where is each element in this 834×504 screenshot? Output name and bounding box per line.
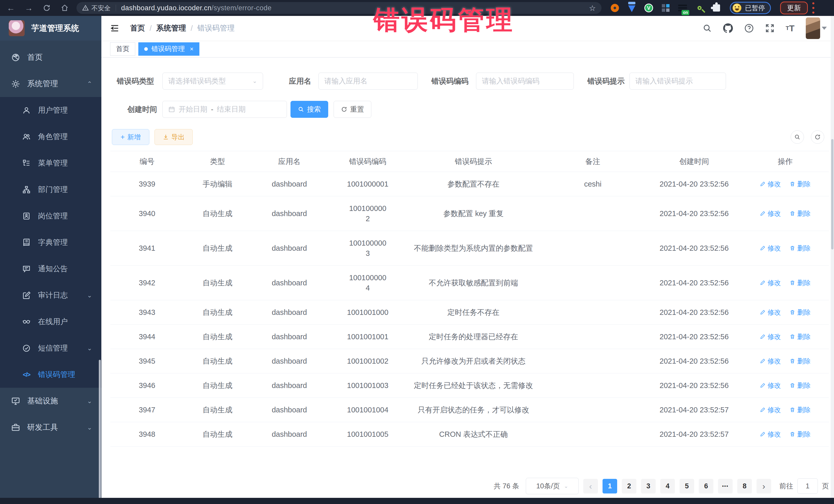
help-icon[interactable] (744, 23, 754, 33)
next-page-button[interactable]: › (756, 479, 771, 494)
sidebar-item-audit-log[interactable]: 审计日志 ⌄ (0, 282, 101, 308)
delete-link[interactable]: 删除 (790, 356, 811, 366)
edit-link[interactable]: 修改 (760, 278, 781, 288)
cell-msg: 参数配置 key 重复 (408, 201, 539, 225)
delete-link[interactable]: 删除 (790, 332, 811, 342)
window-scrollbar-thumb[interactable] (831, 139, 833, 249)
breadcrumb-home[interactable]: 首页 (130, 23, 145, 34)
goto-page-input[interactable] (797, 478, 818, 494)
error-code-field[interactable] (476, 73, 574, 90)
font-size-icon[interactable]: TT (786, 23, 794, 34)
page-button-1[interactable]: 1 (602, 479, 617, 494)
browser-reload-icon[interactable] (40, 2, 54, 14)
window-scrollbar[interactable] (831, 16, 834, 498)
fullscreen-icon[interactable] (765, 24, 774, 33)
sidebar-item-devtools[interactable]: 研发工具 ⌄ (0, 414, 101, 441)
sidebar-item-menus[interactable]: 菜单管理 (0, 150, 101, 176)
edit-link[interactable]: 修改 (760, 405, 781, 415)
tab-error-code[interactable]: 错误码管理 × (138, 42, 199, 56)
app-name-input[interactable] (324, 77, 412, 85)
not-secure-warning[interactable]: 不安全 (82, 4, 111, 12)
sidebar-item-dictionary[interactable]: 字典管理 (0, 229, 101, 256)
search-button[interactable]: 搜索 (290, 101, 328, 118)
error-msg-field[interactable] (630, 73, 726, 90)
browser-forward-icon[interactable]: → (22, 2, 36, 14)
delete-link[interactable]: 删除 (790, 307, 811, 317)
edit-link[interactable]: 修改 (760, 332, 781, 342)
delete-link[interactable]: 删除 (790, 278, 811, 288)
sidebar-item-notices[interactable]: 通知公告 (0, 256, 101, 282)
page-size-select[interactable]: 10条/页 ⌄ (526, 478, 579, 494)
edit-link[interactable]: 修改 (760, 429, 781, 439)
date-range-picker[interactable]: 开始日期 - 结束日期 (162, 101, 287, 118)
delete-link[interactable]: 删除 (790, 179, 811, 189)
sidebar-item-users[interactable]: 用户管理 (0, 97, 101, 124)
edit-link[interactable]: 修改 (760, 380, 781, 391)
header-search-icon[interactable] (703, 24, 712, 33)
delete-link[interactable]: 删除 (790, 380, 811, 391)
edit-label: 修改 (768, 307, 781, 317)
page-button-8[interactable]: 8 (737, 479, 752, 494)
app-name-field[interactable] (319, 73, 418, 90)
export-button[interactable]: 导出 (154, 129, 193, 145)
sidebar-item-online-users[interactable]: 在线用户 (0, 308, 101, 335)
sidebar-item-home[interactable]: 首页 (0, 44, 101, 70)
caret-down-icon[interactable] (822, 27, 827, 30)
sidebar-item-roles[interactable]: 角色管理 (0, 124, 101, 150)
browser-update-button[interactable]: 更新 (780, 2, 808, 14)
breadcrumb-system[interactable]: 系统管理 (156, 23, 186, 34)
sidebar-scrollbar-thumb[interactable] (99, 360, 101, 503)
page-button-2[interactable]: 2 (622, 479, 636, 494)
start-date-placeholder[interactable]: 开始日期 (179, 105, 207, 114)
prev-page-button[interactable]: ‹ (583, 479, 598, 494)
hamburger-icon[interactable] (109, 23, 120, 34)
github-icon[interactable] (723, 23, 733, 33)
tab-home[interactable]: 首页 (110, 42, 135, 56)
bookmark-star-icon[interactable]: ☆ (589, 4, 596, 13)
delete-link[interactable]: 删除 (790, 429, 811, 439)
extension-icon-list-on[interactable]: on (678, 3, 687, 13)
sidebar-item-posts[interactable]: 岗位管理 (0, 203, 101, 229)
edit-link[interactable]: 修改 (760, 209, 781, 219)
sidebar-item-departments[interactable]: 部门管理 (0, 176, 101, 203)
sidebar-logo-row[interactable]: 芋道管理系统 (0, 16, 101, 41)
delete-link[interactable]: 删除 (790, 209, 811, 219)
sidebar-item-sms[interactable]: 短信管理 ⌄ (0, 335, 101, 361)
sidebar-item-system[interactable]: 系统管理 ⌃ (0, 70, 101, 97)
edit-link[interactable]: 修改 (760, 356, 781, 366)
extension-icon-grid[interactable] (661, 3, 670, 13)
sidebar-item-error-code[interactable]: </> 错误码管理 (0, 361, 101, 388)
page-more-button[interactable]: ••• (718, 479, 733, 494)
browser-home-icon[interactable] (58, 2, 72, 14)
page-button-5[interactable]: 5 (680, 479, 694, 494)
edit-link[interactable]: 修改 (760, 307, 781, 317)
edit-link[interactable]: 修改 (760, 179, 781, 189)
add-button[interactable]: + 新增 (112, 129, 149, 145)
page-button-6[interactable]: 6 (699, 479, 714, 494)
extension-icon-key[interactable] (695, 3, 704, 13)
browser-back-icon[interactable]: ← (4, 2, 18, 14)
browser-menu-kebab-icon[interactable]: ••• (812, 1, 815, 15)
extension-icon-orange[interactable] (610, 3, 619, 13)
error-type-select-input[interactable] (168, 77, 253, 85)
paused-extension-pill[interactable]: 已暂停 (730, 2, 771, 14)
delete-link[interactable]: 删除 (790, 405, 811, 415)
toggle-search-button[interactable] (791, 130, 804, 144)
delete-link[interactable]: 删除 (790, 243, 811, 253)
error-code-input[interactable] (482, 77, 568, 85)
reset-button[interactable]: 重置 (334, 101, 371, 118)
page-button-3[interactable]: 3 (641, 479, 656, 494)
sidebar-item-infrastructure[interactable]: 基础设施 ⌄ (0, 388, 101, 414)
tab-close-icon[interactable]: × (190, 45, 194, 52)
error-msg-input[interactable] (635, 77, 720, 85)
extension-icon-puzzle[interactable] (712, 3, 721, 13)
extension-icon-blue-gem[interactable] (627, 3, 636, 13)
refresh-table-button[interactable] (811, 130, 824, 144)
edit-link[interactable]: 修改 (760, 243, 781, 253)
avatar[interactable] (806, 18, 820, 39)
page-button-4[interactable]: 4 (660, 479, 675, 494)
error-type-select[interactable]: ⌄ (162, 73, 263, 90)
extension-icon-green-v[interactable]: V (644, 3, 653, 13)
end-date-placeholder[interactable]: 结束日期 (217, 105, 246, 114)
address-bar[interactable]: 不安全 dashboard.yudao.iocoder.cn/system/er… (76, 2, 601, 14)
